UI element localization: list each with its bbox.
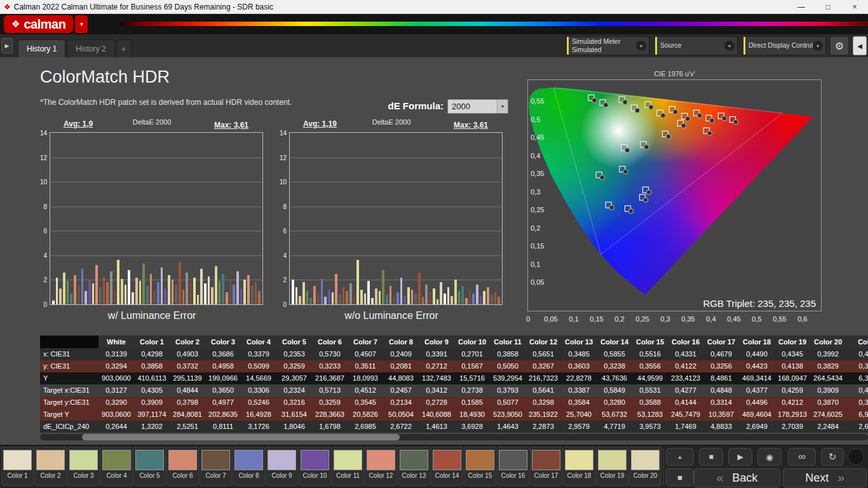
de-bar (335, 274, 337, 304)
source-dropdown[interactable]: Source▼ (654, 36, 738, 55)
swatch-label: Color 10 (303, 472, 327, 479)
table-cell: 1,4643 (490, 421, 526, 433)
capture-button[interactable]: ◉ (757, 448, 782, 466)
color-swatch-color-13[interactable]: Color 13 (398, 447, 430, 486)
table-row[interactable]: Target Y903,0600397,1174284,8081202,8635… (40, 409, 868, 421)
color-swatch-color-10[interactable]: Color 10 (299, 447, 331, 486)
table-cell: 0,5077 (490, 396, 526, 409)
measured-dot (592, 98, 597, 103)
table-header-cell: Color 9 (419, 336, 454, 348)
table-row[interactable]: Target y:CIE310,32900,39090,37980,49770,… (40, 396, 868, 409)
swatch-color-box (367, 450, 395, 470)
back-chevron-icon: « (717, 471, 724, 485)
table-header-cell: Color 11 (490, 336, 526, 348)
table-cell: 228,3663 (312, 409, 348, 421)
measured-dot (623, 100, 628, 105)
table-row[interactable]: Target x:CIE310,31270,43050,48440,36500,… (40, 384, 868, 396)
table-cell: 0,8111 (205, 421, 241, 433)
results-table: WhiteColor 1Color 2Color 3Color 4Color 5… (40, 336, 868, 433)
color-swatch-color-16[interactable]: Color 16 (497, 447, 529, 486)
table-row[interactable]: x: CIE310,31390,42980,49030,36860,33790,… (40, 348, 868, 360)
measured-dot (661, 113, 666, 118)
swatch-label: Color 3 (73, 472, 93, 479)
color-swatch-color-2[interactable]: Color 2 (34, 447, 67, 486)
table-cell: 539,2954 (490, 372, 526, 384)
back-button[interactable]: « Back (694, 468, 780, 487)
de-formula-select[interactable]: 2000 ▼ (447, 99, 508, 114)
measured-dot (644, 145, 649, 150)
play-button[interactable]: ▶ (728, 448, 752, 466)
color-swatch-color-17[interactable]: Color 17 (530, 447, 562, 486)
chart-caption: w/ Luminance Error (40, 310, 264, 322)
color-swatch-color-1[interactable]: Color 1 (1, 447, 34, 486)
table-cell: 245,7479 (668, 409, 703, 421)
table-cell: 0,3298 (526, 396, 561, 409)
color-swatch-color-8[interactable]: Color 8 (233, 447, 265, 486)
table-cell: 0,3858 (134, 360, 170, 372)
color-swatch-color-11[interactable]: Color 11 (332, 447, 364, 486)
color-swatch-color-12[interactable]: Color 12 (365, 447, 397, 486)
collapse-right-panel-button[interactable]: ◀ (853, 36, 867, 55)
collapse-toolbar-button[interactable]: ▲ (666, 448, 694, 466)
patch-window-button[interactable]: ■ (666, 468, 694, 486)
color-swatch-color-7[interactable]: Color 7 (200, 447, 232, 486)
color-swatch-color-20[interactable]: Color 20 (629, 447, 661, 486)
de-bar (353, 297, 356, 304)
table-row[interactable]: dE_ICtCp_2400,26441,32022,52510,81113,17… (40, 421, 868, 433)
swatch-color-box (36, 450, 65, 470)
table-cell: 0,4144 (668, 396, 703, 409)
table-cell: 8,4861 (703, 372, 739, 384)
tab-history-1[interactable]: History 1 (18, 39, 65, 57)
meter-link-button[interactable]: ∞ (788, 448, 816, 466)
swatch-color-box (69, 450, 98, 470)
table-scrollbar[interactable] (40, 434, 868, 440)
table-cell: 2,7039 (775, 421, 810, 433)
tab-history-2[interactable]: History 2 (67, 39, 114, 57)
maximize-button[interactable]: □ (815, 0, 841, 13)
de-bar (302, 282, 305, 304)
de-bar (153, 291, 156, 304)
table-cell: 0,1585 (454, 396, 490, 409)
table-row[interactable]: y: CIE310,32940,38580,37320,49580,50990,… (40, 360, 868, 372)
display-control-dropdown[interactable]: Direct Display Control▼ (743, 36, 826, 55)
color-swatch-color-19[interactable]: Color 19 (596, 447, 628, 486)
minimize-button[interactable]: — (788, 0, 815, 13)
table-cell: 3,9573 (632, 421, 668, 433)
close-button[interactable]: × (841, 0, 868, 13)
table-cell: 2,6722 (383, 421, 419, 433)
status-circle[interactable]: ● (848, 449, 864, 465)
logo-menu-caret[interactable]: ▼ (75, 15, 88, 33)
de-bar (125, 285, 127, 304)
next-button[interactable]: Next » (783, 468, 867, 487)
meter-dropdown[interactable]: Simulated MeterSimulated▼ (566, 36, 649, 55)
table-scrollbar-thumb[interactable] (82, 434, 400, 440)
y-axis-tick: 6 (283, 227, 287, 234)
color-swatch-color-5[interactable]: Color 5 (133, 447, 166, 486)
color-swatch-color-3[interactable]: Color 3 (67, 447, 100, 486)
color-swatch-color-14[interactable]: Color 14 (431, 447, 463, 486)
settings-gear-button[interactable]: ⚙ (830, 36, 849, 55)
color-swatch-color-15[interactable]: Color 15 (464, 447, 496, 486)
table-cell: 0,4844 (170, 384, 205, 396)
calman-logo[interactable]: ❖ calman ▼ (4, 15, 88, 33)
cie-y-tick: 0,05 (531, 278, 544, 286)
swatch-label: Color 6 (172, 472, 193, 479)
color-swatch-color-9[interactable]: Color 9 (266, 447, 298, 486)
de-bar (179, 262, 181, 304)
color-swatch-color-6[interactable]: Color 6 (166, 447, 199, 486)
color-swatch-color-18[interactable]: Color 18 (563, 447, 595, 486)
add-tab-button[interactable]: + (116, 39, 132, 57)
table-cell: 0,3 (846, 396, 868, 409)
expand-left-panel-button[interactable]: ▶ (1, 38, 13, 53)
measured-dot (609, 205, 614, 210)
refresh-button[interactable]: ↻ (821, 448, 844, 466)
swatch-label: Color 12 (369, 472, 393, 479)
color-swatch-color-4[interactable]: Color 4 (100, 447, 133, 486)
de-bar (494, 292, 497, 304)
stop-button[interactable]: ■ (699, 448, 723, 466)
table-cell: 0,3556 (632, 360, 668, 372)
measured-dot (646, 190, 651, 195)
table-row[interactable]: Y903,0600410,6113295,1139199,096614,5669… (40, 372, 868, 384)
table-cell: 0,4345 (775, 348, 810, 360)
table-cell: 903,0600 (98, 372, 134, 384)
